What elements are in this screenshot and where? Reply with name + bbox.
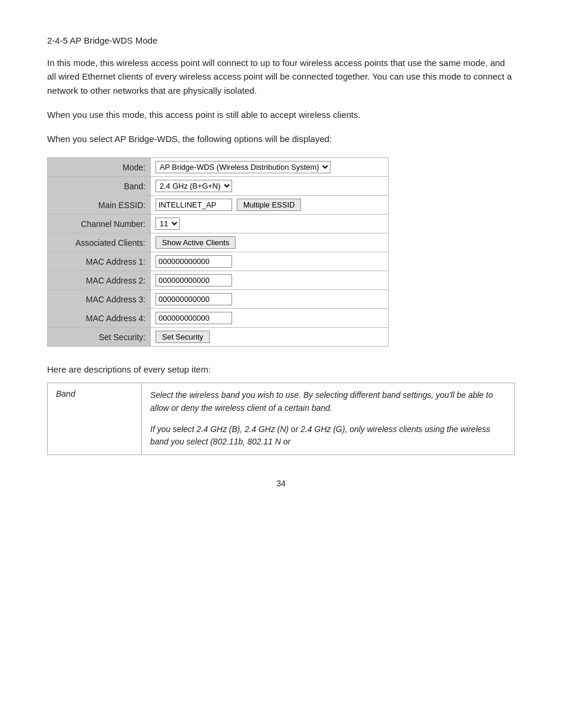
mac3-value-cell[interactable] xyxy=(151,290,389,309)
mac4-label: MAC Address 4: xyxy=(48,309,151,328)
table-row-mac1: MAC Address 1: xyxy=(48,252,389,271)
table-row-mac4: MAC Address 4: xyxy=(48,309,389,328)
mode-select[interactable]: AP Bridge-WDS (Wireless Distribution Sys… xyxy=(156,161,330,173)
table-row-channel: Channel Number: 11 xyxy=(48,215,389,233)
desc-band-para2: If you select 2.4 GHz (B), 2.4 GHz (N) o… xyxy=(150,423,506,449)
desc-band-term: Band xyxy=(48,383,142,455)
table-row-mode: Mode: AP Bridge-WDS (Wireless Distributi… xyxy=(48,158,389,177)
table-row-set-security: Set Security: Set Security xyxy=(48,328,389,347)
mac3-label: MAC Address 3: xyxy=(48,290,151,309)
mac2-label: MAC Address 2: xyxy=(48,271,151,290)
mac4-input[interactable] xyxy=(156,312,232,324)
show-active-clients-button[interactable]: Show Active Clients xyxy=(156,236,236,249)
assoc-clients-value-cell: Show Active Clients xyxy=(151,233,389,252)
band-label: Band: xyxy=(48,177,151,196)
table-row-mac2: MAC Address 2: xyxy=(48,271,389,290)
desc-table-row-band: Band Select the wireless band you wish t… xyxy=(48,383,515,455)
main-essid-input[interactable] xyxy=(156,199,232,211)
set-security-label: Set Security: xyxy=(48,328,151,347)
channel-value-cell[interactable]: 11 xyxy=(151,215,389,233)
table-row-essid: Main ESSID: Multiple ESSID xyxy=(48,196,389,215)
main-essid-label: Main ESSID: xyxy=(48,196,151,215)
assoc-clients-label: Associated Clients: xyxy=(48,233,151,252)
mac3-input[interactable] xyxy=(156,293,232,305)
desc-heading: Here are descriptions of every setup ite… xyxy=(47,364,515,374)
desc-band-definition: Select the wireless band you wish to use… xyxy=(142,383,515,455)
mode-label: Mode: xyxy=(48,158,151,177)
mac2-input[interactable] xyxy=(156,274,232,286)
paragraph-2: When you use this mode, this access poin… xyxy=(47,108,515,121)
paragraph-3: When you select AP Bridge-WDS, the follo… xyxy=(47,132,515,146)
desc-band-para1: Select the wireless band you wish to use… xyxy=(150,389,506,414)
set-security-value-cell: Set Security xyxy=(151,328,389,347)
section-title: 2-4-5 AP Bridge-WDS Mode xyxy=(47,35,515,45)
table-row-assoc-clients: Associated Clients: Show Active Clients xyxy=(48,233,389,252)
mac4-value-cell[interactable] xyxy=(151,309,389,328)
table-row-band: Band: 2.4 GHz (B+G+N) xyxy=(48,177,389,196)
desc-table: Band Select the wireless band you wish t… xyxy=(47,383,515,455)
page-number: 34 xyxy=(47,479,515,488)
mac1-input[interactable] xyxy=(156,255,232,268)
multiple-essid-button[interactable]: Multiple ESSID xyxy=(237,199,301,211)
mode-value-cell[interactable]: AP Bridge-WDS (Wireless Distribution Sys… xyxy=(151,158,389,177)
set-security-button[interactable]: Set Security xyxy=(156,331,210,343)
paragraph-1: In this mode, this wireless access point… xyxy=(47,56,515,97)
mac1-value-cell[interactable] xyxy=(151,252,389,271)
band-select[interactable]: 2.4 GHz (B+G+N) xyxy=(156,180,232,192)
channel-select[interactable]: 11 xyxy=(156,218,180,230)
essid-value-cell: Multiple ESSID xyxy=(151,196,389,215)
band-value-cell[interactable]: 2.4 GHz (B+G+N) xyxy=(151,177,389,196)
channel-label: Channel Number: xyxy=(48,215,151,233)
config-table: Mode: AP Bridge-WDS (Wireless Distributi… xyxy=(47,157,389,347)
table-row-mac3: MAC Address 3: xyxy=(48,290,389,309)
mac2-value-cell[interactable] xyxy=(151,271,389,290)
mac1-label: MAC Address 1: xyxy=(48,252,151,271)
